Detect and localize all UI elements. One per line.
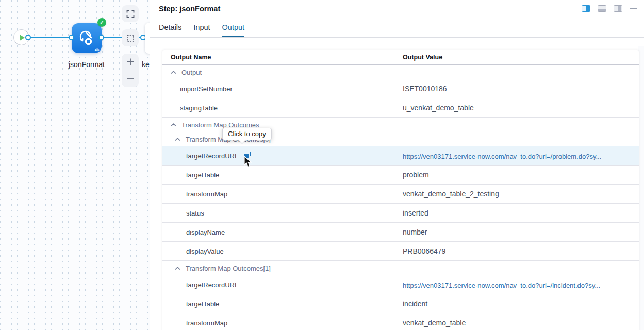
success-check-badge: ✓ [97, 18, 106, 27]
layout-split-vertical-icon[interactable] [582, 5, 590, 12]
output-name-cell: displayValue [186, 248, 224, 255]
output-name-cell: transformMap [186, 190, 227, 198]
output-value-cell: venkat_demo_table [403, 319, 466, 327]
tab-output[interactable]: Output [222, 23, 245, 38]
output-port[interactable] [98, 35, 104, 40]
input-port[interactable] [69, 35, 74, 40]
zoom-out-button minus-icon[interactable] [126, 74, 135, 84]
marquee-select-icon [126, 34, 135, 42]
output-group-row[interactable]: Transform Map Outcomes[1] [162, 261, 639, 275]
output-value-cell: problem [403, 171, 429, 179]
output-name-cell: targetRecordURL [186, 281, 238, 289]
output-row: importSetNumber ISET0010186 [162, 79, 639, 98]
expand-icon [126, 10, 135, 18]
group-label: Transform Map Outcomes[1] [186, 265, 271, 272]
output-value-cell: venkat_demo_table_2_testing [403, 190, 499, 198]
output-value-cell: u_venkat_demo_table [403, 104, 474, 112]
flow-designer-screen: </> ✓ jsonFormat ke [0, 0, 644, 330]
output-name-cell: targetRecordURL [186, 152, 238, 160]
output-row: stagingTable u_venkat_demo_table [162, 98, 639, 118]
panel-window-controls [582, 5, 637, 12]
output-row: targetRecordURL https://ven03171.service… [162, 275, 639, 294]
copy-tooltip: Click to copy [222, 128, 272, 140]
scroll-gutter[interactable] [638, 46, 644, 330]
step-detail-panel: Step: jsonFormat Details Input Output Ou… [150, 0, 644, 330]
transform-step-icon [78, 29, 95, 46]
step-node-jsonformat[interactable]: </> [72, 23, 102, 53]
output-name-cell: transformMap [186, 319, 227, 327]
chevron-up-icon[interactable] [171, 70, 176, 74]
detail-tabs: Details Input Output [159, 23, 244, 38]
panel-title: Step: jsonFormat [159, 5, 220, 13]
fullscreen-button[interactable] [122, 5, 139, 22]
output-port[interactable] [25, 35, 31, 40]
tab-input[interactable]: Input [193, 23, 210, 38]
code-badge: </> [94, 48, 99, 52]
output-value-link[interactable]: https://ven03171.service-now.com/nav_to.… [403, 282, 600, 289]
output-name-cell: stagingTable [180, 104, 218, 112]
flow-canvas[interactable]: </> ✓ jsonFormat ke [0, 0, 150, 330]
group-label: Output [181, 69, 202, 76]
layout-split-horizontal-icon[interactable] [598, 5, 606, 12]
minimize-icon[interactable] [630, 8, 637, 9]
output-row: targetTable incident [162, 294, 639, 314]
output-row: displayName number [162, 223, 639, 242]
output-table: Output Name Output Value Output importSe… [162, 50, 639, 330]
output-row: transformMap venkat_demo_table_2_testing [162, 185, 639, 204]
output-value-cell: number [403, 228, 427, 236]
tooltip-text: Click to copy [228, 130, 266, 138]
layout-right-panel-icon[interactable] [614, 5, 622, 12]
tab-details[interactable]: Details [159, 23, 181, 38]
output-row: transformMap venkat_demo_table [162, 314, 639, 330]
output-value-cell: ISET0010186 [403, 85, 447, 93]
output-name-cell: displayName [186, 228, 225, 236]
output-table-header: Output Name Output Value [162, 50, 639, 65]
mouse-cursor [243, 156, 254, 168]
output-name-cell: targetTable [186, 171, 219, 179]
output-value-link[interactable]: https://ven03171.service-now.com/nav_to.… [403, 153, 601, 160]
output-name-cell: importSetNumber [180, 85, 233, 93]
output-value-cell: incident [403, 300, 427, 308]
play-icon [20, 35, 25, 41]
output-value-cell: PRB0066479 [403, 247, 445, 255]
chevron-up-icon[interactable] [175, 137, 180, 141]
marquee-select-button[interactable] [122, 29, 139, 46]
output-row: targetTable problem [162, 166, 639, 185]
chevron-up-icon[interactable] [171, 123, 176, 127]
output-value-cell: inserted [403, 209, 428, 217]
zoom-in-button plus-icon[interactable] [126, 57, 135, 67]
output-name-cell: targetTable [186, 300, 219, 308]
chevron-up-icon[interactable] [175, 266, 180, 270]
tabs-divider [150, 37, 644, 38]
output-row: displayValue PRB0066479 [162, 242, 639, 261]
output-name-cell: status [186, 209, 204, 217]
column-header-output-name: Output Name [171, 54, 211, 61]
next-node-label: ke [142, 60, 150, 69]
column-header-output-value: Output Value [403, 54, 442, 61]
output-rows: Output importSetNumber ISET0010186 stagi… [162, 65, 639, 330]
node-label: jsonFormat [56, 60, 117, 69]
output-row: targetRecordURL https://ven03171.service… [162, 146, 639, 166]
zoom-controls [122, 54, 139, 87]
output-row: status inserted [162, 204, 639, 223]
output-group-row[interactable]: Output [162, 65, 639, 79]
